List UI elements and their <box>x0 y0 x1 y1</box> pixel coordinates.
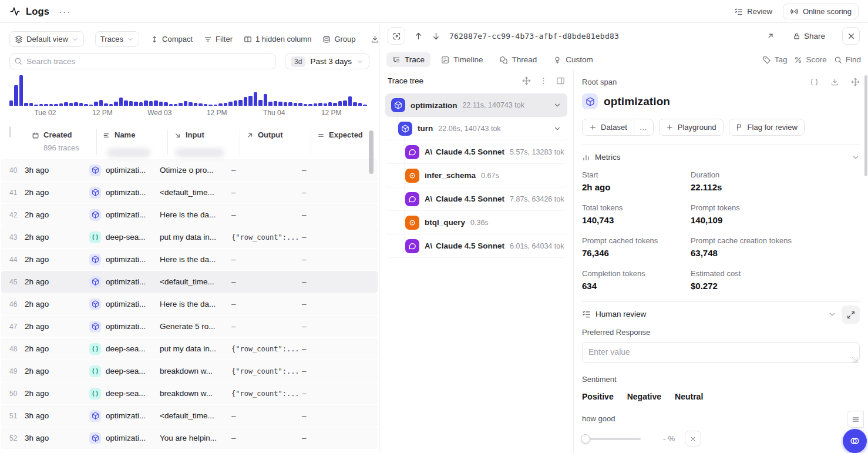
online-scoring-button[interactable]: Online scoring <box>783 4 859 19</box>
table-row[interactable]: 412h agooptimizati...<default_time...–– <box>1 182 378 203</box>
table-row[interactable]: 403h agooptimizati...Otimize o pro...–– <box>1 159 378 181</box>
chevron-down-icon[interactable] <box>553 125 561 133</box>
tree-span-row[interactable]: optimization22.11s, 140743 tok <box>385 93 567 117</box>
view-dropdown[interactable]: Default view <box>9 31 84 47</box>
table-row[interactable]: 472h agooptimizati...Generate 5 ro...–– <box>1 316 378 337</box>
table-row[interactable]: 502h ago()deep-sea...breakdown w...{"row… <box>1 382 378 404</box>
move-icon[interactable] <box>851 78 860 86</box>
span-duration-tokens: 22.11s, 140743 tok <box>463 101 524 109</box>
group-button[interactable]: Group <box>322 35 355 43</box>
copilot-floating-button[interactable] <box>843 429 867 453</box>
add-to-dataset-button[interactable]: Dataset <box>583 119 634 135</box>
json-braces-icon[interactable] <box>810 78 819 86</box>
next-trace-button[interactable] <box>432 32 440 41</box>
tree-span-row[interactable]: btql_query0.36s <box>385 211 567 234</box>
tab-timeline[interactable]: Timeline <box>435 52 489 67</box>
table-row[interactable]: 482h ago()deep-sea...put my data in...{"… <box>1 338 378 360</box>
trace-nav-row: 762887e7-cc99-4b73-afbf-d8bde81ebd83 Sha… <box>379 23 868 49</box>
optimization-chip <box>89 276 101 288</box>
focus-span-button[interactable] <box>388 27 405 45</box>
axis-tick-label: Tue 02 <box>34 109 56 117</box>
table-row[interactable]: 422h agooptimizati...Here is the da...–– <box>1 204 378 226</box>
tab-thread[interactable]: Thread <box>494 52 543 67</box>
sentiment-option-negative[interactable]: Negative <box>627 392 661 401</box>
slider-thumb[interactable] <box>581 434 590 444</box>
cell-expected: – <box>302 255 349 264</box>
dataset-more-button[interactable]: … <box>634 119 653 135</box>
sentiment-option-positive[interactable]: Positive <box>582 392 614 401</box>
how-good-slider[interactable] <box>582 438 641 440</box>
metric-label: Estimated cost <box>691 269 860 278</box>
tab-trace[interactable]: Trace <box>386 52 430 67</box>
tree-span-row[interactable]: infer_schema0.67s <box>385 164 567 187</box>
tab-custom[interactable]: Custom <box>547 52 599 67</box>
table-scrollbar[interactable] <box>369 130 374 174</box>
kebab-menu-icon[interactable] <box>539 76 548 85</box>
score-button[interactable]: Score <box>794 55 826 64</box>
panel-toggle-icon[interactable] <box>556 76 565 85</box>
span-duration-tokens: 0.36s <box>470 219 489 227</box>
clear-score-button[interactable] <box>685 431 701 447</box>
tree-span-row[interactable]: A\Claude 4.5 Sonnet6.01s, 64034 tok <box>385 234 567 258</box>
export-button[interactable] <box>371 35 379 43</box>
preferred-response-input[interactable] <box>582 342 860 363</box>
filter-button[interactable]: Filter <box>204 35 233 43</box>
histogram-bar <box>218 103 222 106</box>
playground-button[interactable]: Playground <box>659 119 724 136</box>
sentiment-option-neutral[interactable]: Neutral <box>675 392 703 401</box>
review-button[interactable]: Review <box>734 7 772 16</box>
metric-label: Start <box>582 170 691 179</box>
table-row[interactable]: 462h agooptimizati...Here is the da...–– <box>1 293 378 315</box>
column-header-expected[interactable]: Expected <box>311 127 358 159</box>
compact-button[interactable]: Compact <box>150 35 193 43</box>
more-menu-icon[interactable]: ··· <box>59 6 71 16</box>
column-header-output[interactable]: Output <box>240 127 311 159</box>
histogram-bar <box>199 103 202 106</box>
previous-trace-button[interactable] <box>414 32 423 41</box>
table-row[interactable]: 513h agooptimizati...<default_time...–– <box>1 405 378 427</box>
span-type-chip <box>405 216 419 230</box>
tag-button[interactable]: Tag <box>763 55 788 64</box>
column-header-created[interactable]: Created896 traces <box>32 127 96 159</box>
download-icon[interactable] <box>830 78 839 86</box>
side-menu-button[interactable] <box>847 411 864 428</box>
search-input[interactable] <box>9 53 276 69</box>
tree-span-row[interactable]: A\Claude 4.5 Sonnet5.57s, 13283 tok <box>385 140 567 164</box>
move-icon[interactable] <box>522 76 531 85</box>
chevron-down-icon[interactable] <box>828 310 836 318</box>
table-row[interactable]: 432h ago()deep-sea...put my data in...{"… <box>1 226 378 248</box>
histogram-bar <box>174 104 177 106</box>
time-range-dropdown[interactable]: 3d Past 3 days <box>285 53 369 69</box>
overlapping-circles-icon <box>849 435 860 447</box>
open-fullscreen-icon[interactable] <box>766 32 775 40</box>
cell-created: 2h ago <box>25 367 89 375</box>
hidden-column-button[interactable]: 1 hidden column <box>244 35 311 43</box>
expand-diagonal-icon <box>847 311 855 319</box>
span-type-chip <box>582 93 598 109</box>
tree-span-row[interactable]: A\Claude 4.5 Sonnet7.87s, 63426 tok <box>385 187 567 211</box>
span-duration-tokens: 5.57s, 13283 tok <box>510 148 564 156</box>
textarea-resize-handle[interactable] <box>852 357 858 363</box>
detail-scrollbar[interactable] <box>864 75 867 176</box>
table-row[interactable]: 523h agooptimizati...You are helpin...–– <box>1 427 378 449</box>
chevron-down-icon[interactable] <box>553 101 561 109</box>
find-button[interactable]: Find <box>834 55 861 64</box>
tree-span-row[interactable]: turn22.06s, 140743 tok <box>385 117 567 140</box>
metric-label: Prompt cache creation tokens <box>691 236 860 245</box>
expand-review-button[interactable] <box>842 306 860 324</box>
flag-for-review-button[interactable]: Flag for review <box>729 119 805 136</box>
table-row[interactable]: 492h ago()deep-sea...breakdown w...{"row… <box>1 360 378 382</box>
select-all-checkbox[interactable] <box>9 126 11 137</box>
share-button[interactable]: Share <box>793 32 825 41</box>
traces-dropdown[interactable]: Traces <box>95 31 139 47</box>
table-row[interactable]: 442h agooptimizati...Here is the da...–– <box>1 249 378 270</box>
metric-label: Total tokens <box>582 203 691 212</box>
span-duration-tokens: 0.67s <box>481 172 499 180</box>
table-row[interactable]: 452h agooptimizati...<default_time...–– <box>1 271 378 293</box>
anthropic-logo-icon: A\ <box>425 241 432 250</box>
histogram-bar <box>333 103 337 106</box>
thread-icon <box>500 56 508 64</box>
span-type-chip <box>398 122 412 136</box>
chevron-down-icon[interactable] <box>852 153 860 162</box>
close-panel-button[interactable] <box>842 27 860 45</box>
